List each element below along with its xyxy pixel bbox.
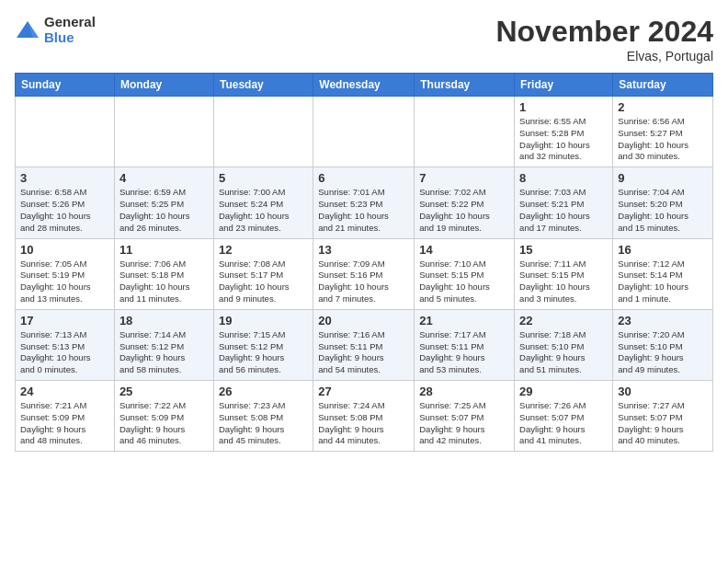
month-title: November 2024 [495,15,713,49]
calendar-week-3: 10Sunrise: 7:05 AM Sunset: 5:19 PM Dayli… [16,238,713,309]
weekday-header-tuesday: Tuesday [213,74,313,97]
day-number: 4 [119,171,209,185]
calendar-cell: 13Sunrise: 7:09 AM Sunset: 5:16 PM Dayli… [313,238,415,309]
day-info: Sunrise: 7:01 AM Sunset: 5:23 PM Dayligh… [318,187,409,234]
day-info: Sunrise: 7:27 AM Sunset: 5:07 PM Dayligh… [618,400,708,447]
day-info: Sunrise: 7:10 AM Sunset: 5:15 PM Dayligh… [419,259,509,305]
calendar-cell: 1Sunrise: 6:55 AM Sunset: 5:28 PM Daylig… [515,97,613,167]
calendar-cell: 6Sunrise: 7:01 AM Sunset: 5:23 PM Daylig… [313,167,415,238]
day-number: 2 [618,100,708,114]
calendar-cell [313,97,415,167]
day-number: 9 [618,171,708,185]
calendar-cell: 23Sunrise: 7:20 AM Sunset: 5:10 PM Dayli… [613,309,713,380]
calendar-cell: 5Sunrise: 7:00 AM Sunset: 5:24 PM Daylig… [213,167,313,238]
day-info: Sunrise: 7:24 AM Sunset: 5:08 PM Dayligh… [318,400,409,447]
day-info: Sunrise: 7:20 AM Sunset: 5:10 PM Dayligh… [618,329,708,376]
calendar-cell: 17Sunrise: 7:13 AM Sunset: 5:13 PM Dayli… [16,309,115,380]
calendar-cell: 15Sunrise: 7:11 AM Sunset: 5:15 PM Dayli… [515,238,613,309]
calendar-table: SundayMondayTuesdayWednesdayThursdayFrid… [15,73,713,452]
day-info: Sunrise: 7:18 AM Sunset: 5:10 PM Dayligh… [519,329,608,376]
day-number: 28 [419,385,509,398]
calendar-cell: 2Sunrise: 6:56 AM Sunset: 5:27 PM Daylig… [613,97,713,167]
day-info: Sunrise: 7:22 AM Sunset: 5:09 PM Dayligh… [119,400,209,447]
day-number: 21 [419,314,509,327]
weekday-header-friday: Friday [515,74,613,97]
weekday-header-monday: Monday [114,74,213,97]
calendar-cell: 7Sunrise: 7:02 AM Sunset: 5:22 PM Daylig… [415,167,515,238]
logo: General Blue [15,15,96,45]
day-info: Sunrise: 7:17 AM Sunset: 5:11 PM Dayligh… [419,329,509,376]
day-number: 3 [20,171,109,185]
day-number: 11 [119,243,209,257]
calendar-cell: 29Sunrise: 7:26 AM Sunset: 5:07 PM Dayli… [515,381,613,452]
day-number: 13 [318,243,409,257]
logo-blue: Blue [44,30,96,46]
calendar-cell [114,97,213,167]
day-info: Sunrise: 7:15 AM Sunset: 5:12 PM Dayligh… [219,329,308,376]
day-number: 19 [219,314,308,327]
day-info: Sunrise: 7:02 AM Sunset: 5:22 PM Dayligh… [419,187,509,234]
day-number: 26 [219,385,308,398]
calendar-cell: 8Sunrise: 7:03 AM Sunset: 5:21 PM Daylig… [515,167,613,238]
day-number: 23 [618,314,708,327]
day-info: Sunrise: 7:21 AM Sunset: 5:09 PM Dayligh… [20,400,109,447]
day-info: Sunrise: 7:04 AM Sunset: 5:20 PM Dayligh… [618,187,708,234]
calendar-cell: 21Sunrise: 7:17 AM Sunset: 5:11 PM Dayli… [415,309,515,380]
calendar-cell: 20Sunrise: 7:16 AM Sunset: 5:11 PM Dayli… [313,309,415,380]
day-info: Sunrise: 7:25 AM Sunset: 5:07 PM Dayligh… [419,400,509,447]
calendar-cell: 12Sunrise: 7:08 AM Sunset: 5:17 PM Dayli… [213,238,313,309]
day-number: 8 [519,171,608,185]
day-info: Sunrise: 6:58 AM Sunset: 5:26 PM Dayligh… [20,187,109,234]
day-number: 15 [519,243,608,257]
day-info: Sunrise: 7:03 AM Sunset: 5:21 PM Dayligh… [519,187,608,234]
day-number: 24 [20,385,109,398]
calendar-cell: 11Sunrise: 7:06 AM Sunset: 5:18 PM Dayli… [114,238,213,309]
calendar-cell: 28Sunrise: 7:25 AM Sunset: 5:07 PM Dayli… [415,381,515,452]
weekday-header-saturday: Saturday [613,74,713,97]
calendar-cell: 9Sunrise: 7:04 AM Sunset: 5:20 PM Daylig… [613,167,713,238]
day-info: Sunrise: 7:23 AM Sunset: 5:08 PM Dayligh… [219,400,308,447]
calendar-week-1: 1Sunrise: 6:55 AM Sunset: 5:28 PM Daylig… [16,97,713,167]
calendar-cell: 3Sunrise: 6:58 AM Sunset: 5:26 PM Daylig… [16,167,115,238]
header: General Blue November 2024 Elvas, Portug… [15,15,713,63]
weekday-header-sunday: Sunday [16,74,115,97]
title-area: November 2024 Elvas, Portugal [495,15,713,63]
day-number: 14 [419,243,509,257]
day-info: Sunrise: 6:56 AM Sunset: 5:27 PM Dayligh… [618,116,708,163]
calendar-cell: 18Sunrise: 7:14 AM Sunset: 5:12 PM Dayli… [114,309,213,380]
day-info: Sunrise: 6:59 AM Sunset: 5:25 PM Dayligh… [119,187,209,234]
logo-icon [15,17,40,43]
calendar-week-2: 3Sunrise: 6:58 AM Sunset: 5:26 PM Daylig… [16,167,713,238]
day-info: Sunrise: 7:11 AM Sunset: 5:15 PM Dayligh… [519,259,608,305]
calendar-week-5: 24Sunrise: 7:21 AM Sunset: 5:09 PM Dayli… [16,381,713,452]
day-info: Sunrise: 7:14 AM Sunset: 5:12 PM Dayligh… [119,329,209,376]
calendar-cell: 30Sunrise: 7:27 AM Sunset: 5:07 PM Dayli… [613,381,713,452]
day-number: 29 [519,385,608,398]
calendar-cell: 19Sunrise: 7:15 AM Sunset: 5:12 PM Dayli… [213,309,313,380]
day-number: 1 [519,100,608,114]
calendar-week-4: 17Sunrise: 7:13 AM Sunset: 5:13 PM Dayli… [16,309,713,380]
day-info: Sunrise: 7:08 AM Sunset: 5:17 PM Dayligh… [219,259,308,305]
day-info: Sunrise: 7:00 AM Sunset: 5:24 PM Dayligh… [219,187,308,234]
logo-general: General [44,15,96,30]
calendar-cell [415,97,515,167]
day-number: 7 [419,171,509,185]
day-number: 22 [519,314,608,327]
day-info: Sunrise: 7:13 AM Sunset: 5:13 PM Dayligh… [20,329,109,376]
day-info: Sunrise: 7:09 AM Sunset: 5:16 PM Dayligh… [318,259,409,305]
logo-text: General Blue [44,15,96,45]
day-info: Sunrise: 7:06 AM Sunset: 5:18 PM Dayligh… [119,259,209,305]
day-info: Sunrise: 7:16 AM Sunset: 5:11 PM Dayligh… [318,329,409,376]
day-number: 12 [219,243,308,257]
weekday-header-row: SundayMondayTuesdayWednesdayThursdayFrid… [16,74,713,97]
day-number: 10 [20,243,109,257]
day-number: 18 [119,314,209,327]
day-number: 27 [318,385,409,398]
day-number: 5 [219,171,308,185]
day-info: Sunrise: 7:12 AM Sunset: 5:14 PM Dayligh… [618,259,708,305]
day-number: 16 [618,243,708,257]
calendar-cell: 16Sunrise: 7:12 AM Sunset: 5:14 PM Dayli… [613,238,713,309]
day-number: 17 [20,314,109,327]
calendar-cell [213,97,313,167]
day-info: Sunrise: 7:05 AM Sunset: 5:19 PM Dayligh… [20,259,109,305]
